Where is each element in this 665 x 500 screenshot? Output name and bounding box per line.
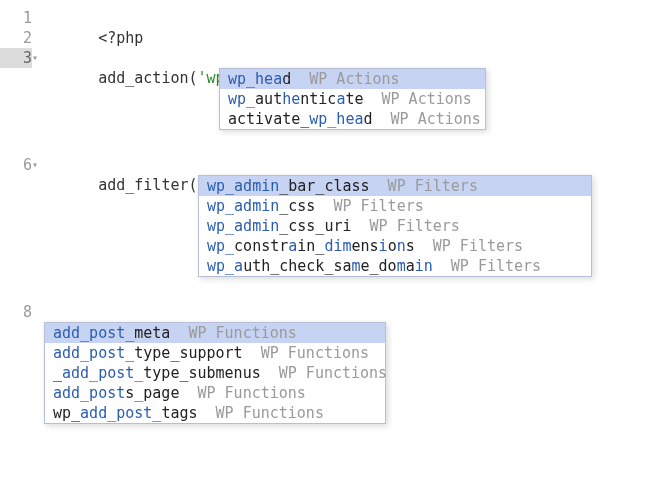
autocomplete-item[interactable]: wp_admin_css_uri WP Filters <box>199 216 591 236</box>
autocomplete-category: WP Filters <box>315 197 423 215</box>
fold-marker-icon[interactable]: ▾ <box>30 48 40 68</box>
fold-marker-icon[interactable]: ▾ <box>30 155 40 175</box>
autocomplete-category: WP Functions <box>179 384 305 402</box>
autocomplete-category: WP Functions <box>198 404 324 422</box>
autocomplete-item[interactable]: wp_admin_css WP Filters <box>199 196 591 216</box>
line-number[interactable]: 6 <box>0 155 32 175</box>
line-number[interactable]: 8 <box>0 302 32 322</box>
autocomplete-category: WP Actions <box>373 110 481 128</box>
autocomplete-item[interactable]: _add_post_type_submenus WP Functions <box>45 363 385 383</box>
string-quote: ' <box>198 69 207 87</box>
autocomplete-category: WP Functions <box>170 324 296 342</box>
autocomplete-item[interactable]: wp_head WP Actions <box>220 69 485 89</box>
autocomplete-popup-functions[interactable]: add_post_meta WP Functionsadd_post_type_… <box>44 322 386 424</box>
paren-open: ( <box>189 176 198 194</box>
autocomplete-category: WP Filters <box>433 257 541 275</box>
autocomplete-category: WP Actions <box>291 70 399 88</box>
line-number[interactable]: 2 <box>0 28 32 48</box>
fn-add-filter: add_filter <box>98 176 188 194</box>
autocomplete-item[interactable]: add_post_type_support WP Functions <box>45 343 385 363</box>
code-line-3[interactable]: add_action('wp_hea <box>44 48 261 68</box>
code-editor: 123▾6▾8 <?php add_action('wp_hea add_fil… <box>0 0 665 500</box>
code-line-8[interactable]: add_post_ <box>44 302 179 322</box>
autocomplete-category: WP Functions <box>243 344 369 362</box>
autocomplete-item[interactable]: wp_auth_check_same_domain WP Filters <box>199 256 591 276</box>
autocomplete-category: WP Functions <box>261 364 387 382</box>
code-line-1[interactable]: <?php <box>44 8 143 28</box>
autocomplete-category: WP Filters <box>352 217 460 235</box>
autocomplete-category: WP Filters <box>370 177 478 195</box>
autocomplete-item[interactable]: wp_constrain_dimensions WP Filters <box>199 236 591 256</box>
autocomplete-item[interactable]: wp_authenticate WP Actions <box>220 89 485 109</box>
autocomplete-item[interactable]: wp_admin_bar_class WP Filters <box>199 176 591 196</box>
code-area[interactable]: <?php add_action('wp_hea add_filter('wp_… <box>44 0 665 500</box>
autocomplete-item[interactable]: wp_add_post_tags WP Functions <box>45 403 385 423</box>
autocomplete-item[interactable]: activate_wp_head WP Actions <box>220 109 485 129</box>
autocomplete-category: WP Actions <box>363 90 471 108</box>
paren-open: ( <box>189 69 198 87</box>
autocomplete-item[interactable]: add_post_meta WP Functions <box>45 323 385 343</box>
autocomplete-item[interactable]: add_posts_page WP Functions <box>45 383 385 403</box>
fn-add-action: add_action <box>98 69 188 87</box>
line-number[interactable]: 3 <box>0 48 32 68</box>
code-line-6[interactable]: add_filter('wp_admin <box>44 155 279 175</box>
gutter: 123▾6▾8 <box>0 0 38 500</box>
autocomplete-popup-actions[interactable]: wp_head WP Actionswp_authenticate WP Act… <box>219 68 486 130</box>
autocomplete-category: WP Filters <box>415 237 523 255</box>
php-open-tag: <?php <box>98 29 143 47</box>
line-number[interactable]: 1 <box>0 8 32 28</box>
autocomplete-popup-filters[interactable]: wp_admin_bar_class WP Filterswp_admin_cs… <box>198 175 592 277</box>
